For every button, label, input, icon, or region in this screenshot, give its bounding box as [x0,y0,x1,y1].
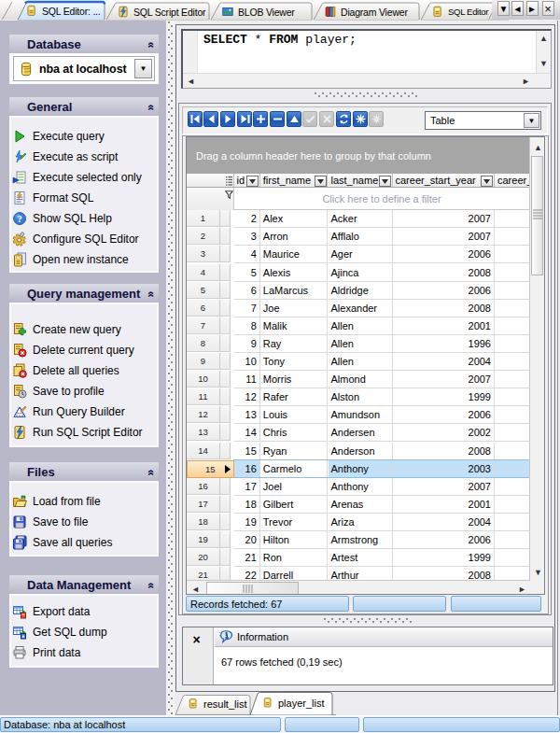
svg-text:?: ? [17,214,21,224]
